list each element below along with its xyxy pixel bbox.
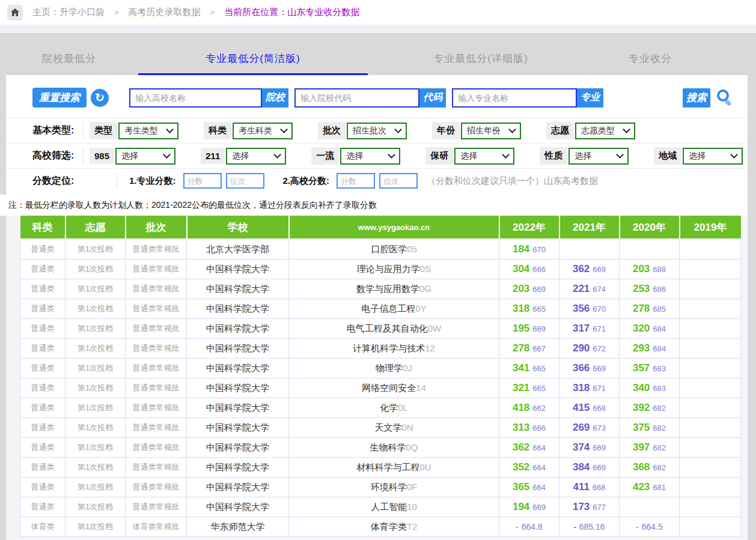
college-code-input[interactable] (294, 88, 419, 108)
major-name-group: 专业 (452, 88, 603, 108)
cell-batch: 普通类常规批 (126, 259, 187, 279)
cell-school: 华东师范大学 (187, 517, 289, 537)
breadcrumb-current: 当前所在位置：山东专业收分数据 (224, 7, 359, 18)
cell-year-2020年: 368682 (620, 458, 680, 478)
col-header-3: 批次 (126, 216, 187, 239)
house-icon (11, 8, 19, 16)
select-一流[interactable]: 选择 (340, 148, 400, 165)
major-code: 0F (407, 482, 418, 492)
chevron-down-icon (623, 126, 630, 133)
cell-year-2021年: 415668 (559, 398, 620, 418)
select-地域[interactable]: 选择 (683, 148, 743, 165)
cell-category: 普通类 (20, 418, 66, 438)
plan-count: 368 (633, 461, 650, 473)
search-button[interactable]: 搜索 (683, 88, 710, 108)
major-code: 12 (425, 343, 435, 353)
plan-count: 352 (513, 461, 529, 473)
min-score: 669 (532, 285, 546, 294)
col-header-9: 2019年 (680, 216, 741, 239)
plan-count: 320 (633, 323, 650, 334)
filter-group-一流: 一流选择 (311, 147, 400, 165)
cell-category: 普通类 (20, 259, 66, 279)
filter-tag-性质: 性质 (540, 147, 567, 165)
major-button[interactable]: 专业 (577, 88, 603, 108)
select-科类[interactable]: 考生科类 (233, 123, 293, 139)
select-985[interactable]: 选择 (115, 148, 175, 165)
plan-count: 293 (633, 342, 650, 354)
table-row: 普通类第1次投档普通类常规批北京大学医学部口腔医学05184670 (20, 239, 741, 259)
cell-wish: 第1次投档 (66, 418, 126, 438)
tab-4[interactable]: 专业收分 (594, 33, 707, 75)
cell-year-2022年: 418662 (499, 398, 559, 418)
cell-year-2021年: 356670 (559, 299, 620, 319)
cell-year-2020年: 253686 (620, 279, 680, 299)
cell-year-2020年: 320684 (620, 319, 680, 339)
select-年份[interactable]: 招生年份 (461, 123, 521, 139)
college-button[interactable]: 院校 (262, 88, 288, 108)
breadcrumb-home[interactable]: 主页：升学小口袋 (32, 7, 105, 18)
min-score: 670 (532, 245, 546, 254)
college-score-input[interactable] (337, 173, 375, 189)
magnifier-icon[interactable] (715, 88, 734, 108)
min-score: 672 (593, 344, 606, 353)
breadcrumb-history-data[interactable]: 高考历史录取数据 (129, 7, 201, 18)
table-header-row: 科类志愿批次学校www.ysygaokao.cn2022年2021年2020年2… (20, 216, 741, 239)
major-name: 生物科学 (370, 442, 406, 452)
major-name: 体育学类 (371, 521, 407, 532)
min-score: 671 (593, 384, 606, 393)
cell-year-2019年 (680, 339, 741, 359)
code-button[interactable]: 代码 (419, 88, 446, 108)
cell-year-2022年: 194669 (499, 497, 559, 517)
plan-count: 304 (513, 263, 529, 275)
cell-school: 中国科学院大学 (187, 259, 289, 279)
cell-wish: 第1次投档 (66, 497, 126, 517)
major-name: 口腔医学 (371, 244, 407, 254)
cell-year-2021年: 411668 (559, 478, 620, 497)
min-score: 670 (593, 305, 606, 314)
college-filter-row: 高校筛选: 985选择211选择一流选择保研选择性质选择地域选择 (6, 143, 748, 168)
major-name: 电气工程及其自动化 (347, 323, 428, 333)
cell-major: 物理学0J (289, 359, 499, 378)
filter-group-985: 985选择 (90, 148, 175, 165)
cell-year-2019年 (680, 259, 741, 279)
filter-tag-批次: 批次 (318, 122, 346, 139)
tab-1[interactable]: 院校最低分 (0, 33, 138, 75)
filter-group-类型: 类型考生类型 (90, 122, 178, 139)
select-批次[interactable]: 招生批次 (347, 123, 407, 139)
select-保研[interactable]: 选择 (454, 148, 514, 165)
reset-search-button[interactable]: 重置搜索 (32, 88, 87, 108)
min-score: 665 (532, 364, 546, 373)
min-score: 683 (653, 384, 666, 393)
select-志愿[interactable]: 志愿类型 (575, 123, 635, 139)
breadcrumb-separator: > (210, 8, 215, 17)
tab-2[interactable]: 专业最低分(简洁版) (138, 33, 368, 75)
major-name: 数学与应用数学 (356, 284, 419, 294)
select-value: 招生年份 (467, 126, 501, 136)
col-header-2: 志愿 (66, 216, 126, 239)
college-rank-input[interactable] (379, 173, 418, 189)
select-类型[interactable]: 考生类型 (118, 123, 178, 139)
major-name: 物理学 (376, 363, 403, 373)
major-score-input[interactable] (183, 173, 222, 189)
select-211[interactable]: 选择 (226, 148, 286, 165)
min-score: 671 (593, 324, 606, 333)
college-name-input[interactable] (129, 88, 262, 108)
major-name-input[interactable] (452, 88, 577, 108)
major-rank-input[interactable] (226, 173, 264, 189)
min-score: 665 (532, 384, 546, 393)
col-header-4: 学校 (187, 216, 289, 239)
select-性质[interactable]: 选择 (569, 148, 629, 165)
cell-major: 数学与应用数学0G (289, 279, 499, 299)
cell-batch: 普通类常规批 (126, 239, 187, 259)
score-locator-section: 分数定位: 1.专业分数: 2.高校分数: （分数和位次建议只填一个）山东高考数… (6, 168, 748, 195)
cell-batch: 普通类常规批 (126, 339, 187, 359)
tab-3[interactable]: 专业最低分(详细版) (368, 33, 594, 75)
min-score: 686 (653, 285, 666, 294)
plan-count: 357 (633, 362, 650, 374)
cell-school: 中国科学院大学 (187, 378, 289, 398)
refresh-icon[interactable]: ↻ (91, 89, 109, 107)
cell-school: 中国科学院大学 (187, 438, 289, 458)
home-icon[interactable] (7, 5, 23, 20)
divider-strip (0, 25, 756, 33)
plan-count: 318 (573, 382, 590, 393)
